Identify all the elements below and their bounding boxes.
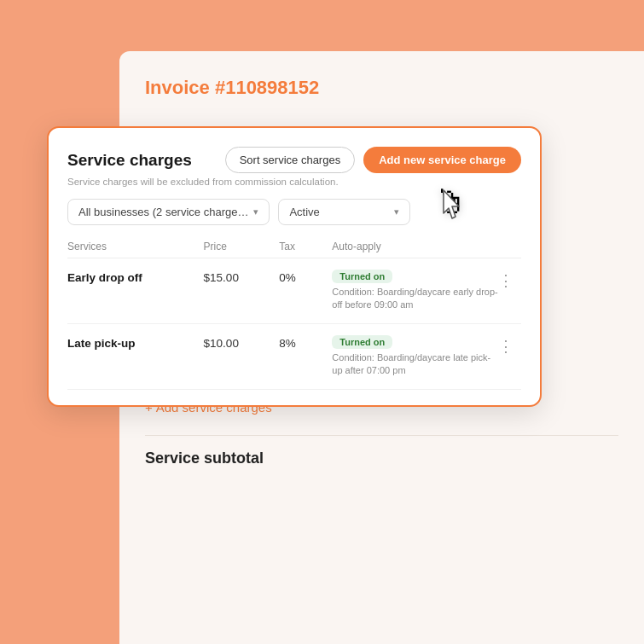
invoice-number: #110898152 <box>215 77 319 98</box>
sort-service-charges-button[interactable]: Sort service charges <box>225 147 356 173</box>
modal-title: Service charges <box>67 151 192 170</box>
invoice-label: Invoice <box>145 77 215 98</box>
modal-header-actions: Sort service charges Add new service cha… <box>225 147 521 173</box>
col-actions <box>498 241 521 252</box>
col-auto-apply: Auto-apply <box>332 241 498 252</box>
more-options-button-row2[interactable]: ⋮ <box>498 335 521 356</box>
auto-apply-early-drop-off: Turned on Condition: Boarding/daycare ea… <box>332 270 498 312</box>
turned-on-badge: Turned on <box>332 335 392 349</box>
invoice-title: Invoice #110898152 <box>145 77 618 99</box>
col-tax: Tax <box>279 241 332 252</box>
add-new-service-charge-button[interactable]: Add new service charge <box>363 147 521 173</box>
price-late-pickup: $10.00 <box>204 335 280 350</box>
more-options-button-row1[interactable]: ⋮ <box>498 270 521 290</box>
filter-row: All businesses (2 service charge… ▾ Acti… <box>67 199 521 225</box>
col-services: Services <box>67 241 204 252</box>
auto-apply-late-pickup: Turned on Condition: Boarding/daycare la… <box>332 335 498 378</box>
condition-text: Condition: Boarding/daycare late pick-up… <box>332 351 498 378</box>
service-name-early-drop-off: Early drop off <box>67 270 204 284</box>
modal-subtitle: Service charges will be excluded from co… <box>67 177 521 187</box>
service-subtotal-label: Service subtotal <box>145 450 618 467</box>
business-filter-label: All businesses (2 service charge… <box>78 206 248 218</box>
modal-header: Service charges Sort service charges Add… <box>67 147 521 173</box>
table-row: Early drop off $15.00 0% Turned on Condi… <box>67 258 521 324</box>
business-filter-select[interactable]: All businesses (2 service charge… ▾ <box>67 199 270 225</box>
status-filter-select[interactable]: Active ▾ <box>278 199 410 225</box>
service-name-late-pickup: Late pick-up <box>67 335 204 350</box>
chevron-down-icon: ▾ <box>394 206 399 218</box>
tax-late-pickup: 8% <box>279 335 332 350</box>
tax-early-drop-off: 0% <box>279 270 332 284</box>
service-charges-modal: Service charges Sort service charges Add… <box>47 126 542 407</box>
col-price: Price <box>204 241 280 252</box>
divider <box>145 435 618 436</box>
price-early-drop-off: $15.00 <box>204 270 280 284</box>
chevron-down-icon: ▾ <box>253 206 258 218</box>
condition-text: Condition: Boarding/daycare early drop-o… <box>332 286 498 312</box>
table-header: Services Price Tax Auto-apply <box>67 237 521 258</box>
status-filter-label: Active <box>289 206 319 218</box>
table-row: Late pick-up $10.00 8% Turned on Conditi… <box>67 324 521 390</box>
turned-on-badge: Turned on <box>332 270 392 283</box>
